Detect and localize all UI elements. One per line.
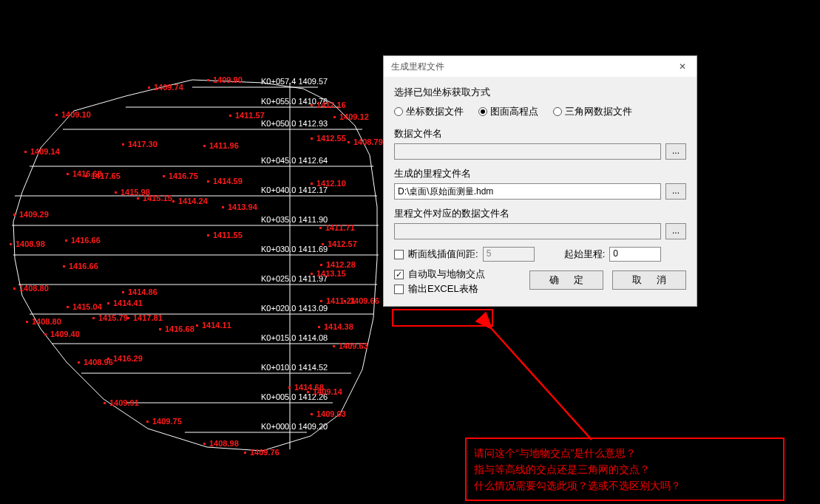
elevation-point: 1414.24: [178, 197, 208, 205]
elevation-point: 1416.68: [165, 324, 194, 333]
elevation-point: 1408.98: [209, 439, 239, 448]
radio-icon: [394, 107, 403, 116]
elevation-point: 1409.03: [316, 409, 346, 418]
elevation-point: 1417.65: [91, 171, 121, 180]
elevation-point: 1409.66: [350, 296, 379, 305]
elevation-point: 1412.55: [316, 134, 346, 143]
elevation-point: 1409.14: [30, 147, 60, 156]
elevation-point: 1409.74: [154, 83, 183, 92]
corresp-file-label: 里程文件对应的数据文件名: [394, 207, 686, 220]
elevation-point: 1413.15: [316, 269, 346, 278]
elevation-point: 1409.29: [19, 210, 49, 219]
elevation-point: 1414.38: [324, 322, 353, 331]
station-label: K0+050.0 1412.93: [261, 119, 328, 128]
chk-excel-label: 输出EXCEL表格: [408, 282, 478, 296]
station-label: K0+015.0 1414.08: [261, 333, 328, 342]
elevation-point: 1409.75: [152, 417, 182, 426]
elevation-point: 1411.55: [213, 231, 243, 239]
elevation-point: 1414.59: [213, 177, 243, 185]
annotation-line: 请问这个“与地物交点”是什么意思？: [474, 445, 776, 461]
radio-map-elev[interactable]: 图面高程点: [478, 105, 538, 118]
annotation-box: 请问这个“与地物交点”是什么意思？ 指与等高线的交点还是三角网的交点？ 什么情况…: [465, 437, 785, 501]
elevation-point: 1417.30: [128, 140, 157, 149]
dialog-titlebar[interactable]: 生成里程文件 ✕: [384, 56, 697, 77]
elevation-point: 1409.10: [61, 110, 91, 119]
elevation-point: 1409.12: [339, 112, 369, 121]
radio-icon: [478, 107, 487, 116]
elevation-point: 1416.66: [71, 236, 101, 245]
elevation-point: 1412.28: [326, 260, 356, 269]
out-file-label: 生成的里程文件名: [394, 167, 686, 180]
source-group-label: 选择已知坐标获取方式: [394, 86, 686, 99]
corresp-file-input[interactable]: [394, 223, 661, 239]
radio-icon: [553, 107, 562, 116]
start-mile-label: 起始里程:: [564, 248, 606, 261]
elevation-point: 1413.94: [228, 202, 257, 211]
elevation-point: 1411.71: [325, 223, 355, 232]
ok-button[interactable]: 确 定: [529, 270, 603, 290]
chk-interp-label: 断面线插值间距:: [408, 248, 478, 261]
elevation-point: 1409.91: [109, 398, 139, 407]
chk-auto-intersect[interactable]: [394, 270, 404, 279]
annotation-line: 什么情况需要勾选此项？选或不选区别大吗？: [474, 477, 776, 494]
elevation-point: 1409.76: [250, 448, 279, 457]
out-file-input[interactable]: D:\桌面\原始面测量.hdm: [394, 183, 661, 200]
browse-corresp-file-button[interactable]: ...: [665, 223, 686, 239]
elevation-point: 1409.14: [313, 387, 342, 396]
elevation-point: 1409.40: [50, 330, 80, 338]
generate-mileage-dialog: 生成里程文件 ✕ 选择已知坐标获取方式 坐标数据文件 图面高程点 三角网数据文件…: [383, 55, 697, 307]
station-label: K0+045.0 1412.64: [261, 156, 328, 165]
elevation-point: 1414.41: [113, 299, 143, 307]
interp-input[interactable]: 5: [483, 247, 535, 262]
chk-interp[interactable]: [394, 250, 404, 259]
radio-tin-file[interactable]: 三角网数据文件: [553, 105, 632, 118]
elevation-point: 1408.96: [84, 358, 113, 367]
chk-excel[interactable]: [394, 285, 404, 294]
elevation-point: 1408.80: [32, 317, 61, 326]
annotation-line: 指与等高线的交点还是三角网的交点？: [474, 461, 776, 477]
cancel-button[interactable]: 取 消: [612, 270, 686, 290]
dialog-title: 生成里程文件: [391, 61, 444, 73]
elevation-point: 1415.04: [72, 302, 102, 311]
station-label: K0+030.0 1411.69: [261, 245, 328, 253]
station-label: K0+010.0 1414.52: [261, 363, 328, 372]
start-mile-input[interactable]: 0: [609, 247, 661, 262]
elevation-point: 1409.63: [339, 341, 368, 350]
elevation-point: 1412.16: [316, 101, 346, 109]
elevation-point: 1415.79: [98, 313, 128, 322]
callout-arrow: [492, 329, 592, 440]
station-label: K0+000.0 1409.20: [261, 422, 328, 431]
elevation-point: 1409.90: [213, 75, 243, 84]
elevation-point: 1408.98: [16, 239, 45, 248]
elevation-point: 1414.86: [128, 287, 157, 296]
close-icon[interactable]: ✕: [671, 61, 694, 72]
browse-data-file-button[interactable]: ...: [665, 143, 686, 160]
elevation-point: 1408.79: [353, 137, 383, 146]
elevation-point: 1417.81: [133, 313, 163, 322]
data-file-label: 数据文件名: [394, 127, 686, 140]
radio-coord-file[interactable]: 坐标数据文件: [394, 105, 464, 118]
elevation-point: 1408.80: [19, 284, 49, 293]
source-radio-row: 坐标数据文件 图面高程点 三角网数据文件: [394, 105, 686, 118]
station-label: K0+020.0 1413.09: [261, 304, 328, 313]
elevation-point: 1416.66: [69, 262, 98, 270]
elevation-point: 1415.15: [143, 194, 172, 202]
station-label: K0+035.0 1411.90: [261, 215, 328, 224]
elevation-point: 1416.29: [113, 354, 143, 363]
chk-auto-intersect-label: 自动取与地物交点: [408, 268, 485, 281]
elevation-point: 1414.11: [202, 321, 231, 330]
station-label: K0+057.4 1409.57: [261, 77, 328, 86]
elevation-point: 1412.10: [316, 179, 346, 188]
data-file-input[interactable]: [394, 143, 661, 160]
browse-out-file-button[interactable]: ...: [665, 183, 686, 200]
elevation-point: 1412.57: [328, 239, 357, 248]
elevation-point: 1411.57: [235, 111, 265, 120]
elevation-point: 1416.75: [169, 171, 198, 180]
elevation-point: 1411.96: [209, 141, 239, 150]
